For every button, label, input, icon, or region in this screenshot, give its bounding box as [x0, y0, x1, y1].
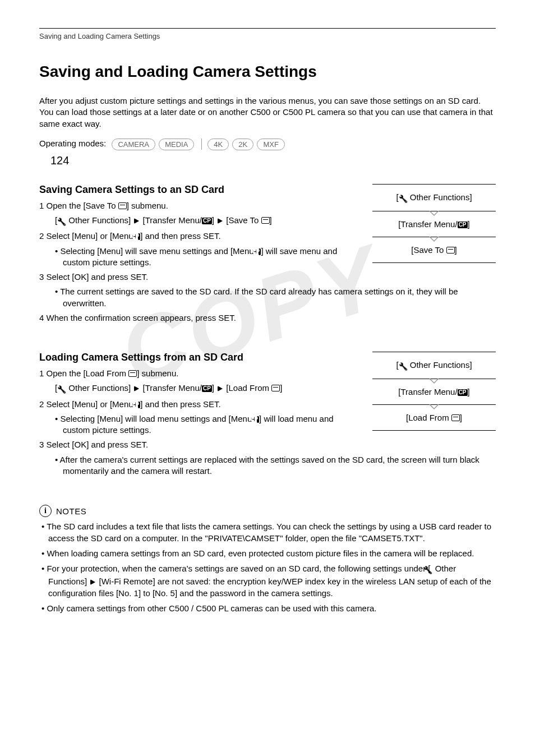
txt: ] [212, 215, 214, 225]
txt: [Save To [411, 245, 446, 255]
note-4: • Only camera settings from other C500 /… [39, 602, 496, 614]
load-step3-sub: • After the camera's current settings ar… [55, 454, 496, 477]
load-step1-path: [ Other Functions] [Transfer Menu/CP] [L… [47, 382, 356, 395]
arrow-icon [218, 386, 223, 391]
save-step3: 3 Select [OK] and press SET. [39, 271, 496, 283]
menu-load-from: [Load From ] [372, 405, 496, 431]
load-step3: 3 Select [OK] and press SET. [39, 439, 496, 450]
menu-transfer-menu: [Transfer Menu/CP] [372, 211, 496, 237]
sd-icon [271, 385, 280, 391]
save-step1-a: 1 Open the [Save To [39, 201, 118, 210]
note-1: • The SD card includes a text file that … [39, 520, 496, 544]
page-title: Saving and Loading Camera Settings [39, 63, 496, 81]
operating-modes-label: Operating modes: [39, 139, 106, 148]
running-head: Saving and Loading Camera Settings [39, 32, 496, 40]
save-step4: 4 When the confirmation screen appears, … [39, 312, 496, 324]
save-step2-sub: • Selecting [Menu] will save menu settin… [55, 246, 356, 269]
txt: ] and then press SET. [140, 231, 220, 241]
mode-2k: 2K [232, 139, 253, 150]
cp-icon: CP [458, 222, 468, 228]
txt: ] [280, 383, 282, 393]
txt: [Wi-Fi Remote] are not saved: the encryp… [48, 577, 491, 598]
txt: The SD card includes a text file that li… [47, 522, 491, 543]
txt: ] [460, 413, 462, 422]
wrench-icon [399, 193, 408, 203]
txt: ] [468, 387, 470, 397]
sd-icon [261, 217, 270, 224]
txt: After the camera's current settings are … [60, 455, 479, 476]
wrench-icon [57, 216, 66, 227]
loading-section: Loading Camera Settings from an SD Card … [39, 352, 496, 477]
txt: 2 Select [Menu] or [Menu+ [39, 231, 138, 241]
save-step3-sub: • The current settings are saved to the … [55, 286, 496, 309]
txt: Only camera settings from other C500 / C… [47, 603, 376, 613]
intro-paragraph: After you adjust custom picture settings… [39, 95, 496, 130]
menu-save-to: [Save To ] [372, 237, 496, 263]
txt: [Save To [226, 215, 261, 225]
cp-icon: CP [202, 218, 212, 224]
txt: Other Functions] [68, 383, 131, 393]
saving-heading: Saving Camera Settings to an SD Card [39, 184, 356, 196]
note-3: • For your protection, when the camera's… [39, 563, 496, 599]
wrench-icon [399, 361, 408, 371]
info-icon: i [39, 505, 52, 517]
mode-media: MEDIA [159, 139, 194, 150]
txt: For your protection, when the camera's s… [47, 564, 430, 573]
note-2: • When loading camera settings from an S… [39, 547, 496, 559]
menu-other-functions: [ Other Functions] [372, 184, 496, 211]
cp-icon: CP [202, 385, 212, 392]
txt: ] [455, 245, 457, 255]
save-step1-b: ] submenu. [127, 201, 168, 210]
txt: Selecting [Menu] will load menu settings… [60, 414, 257, 423]
txt: [Transfer Menu/ [398, 387, 457, 397]
operating-modes: Operating modes: CAMERA MEDIA 4K 2K MXF [39, 139, 496, 150]
txt: [Transfer Menu/ [143, 383, 202, 393]
saving-section: Saving Camera Settings to an SD Card 1 O… [39, 184, 496, 324]
load-step1: 1 Open the [Load From ] submenu. [39, 368, 356, 379]
txt: [Transfer Menu/ [398, 219, 457, 229]
sd-icon [118, 202, 127, 209]
notes-label: NOTES [56, 506, 86, 516]
txt: ] and then press SET. [140, 399, 220, 409]
txt: 1 Open the [Load From [39, 368, 128, 378]
mode-4k: 4K [207, 139, 229, 150]
mode-camera: CAMERA [112, 139, 155, 150]
txt: The current settings are saved to the SD… [60, 287, 458, 307]
txt: Selecting [Menu] will save menu settings… [60, 246, 259, 256]
mode-separator [201, 139, 202, 150]
sd-icon [128, 370, 137, 377]
txt: When loading camera settings from an SD … [47, 548, 474, 558]
txt: [Load From [406, 413, 451, 422]
txt: Other Functions] [410, 360, 472, 370]
save-step1-path: [ Other Functions] [Transfer Menu/CP] [S… [47, 215, 356, 227]
load-step2: 2 Select [Menu] or [Menu+CP] and then pr… [39, 399, 356, 410]
arrow-icon [134, 218, 139, 224]
load-menu-path-box: [ Other Functions] [Transfer Menu/CP] [L… [372, 352, 496, 431]
txt: [Load From [226, 383, 271, 393]
wrench-icon [430, 564, 432, 575]
top-rule [39, 28, 496, 29]
sd-icon [451, 414, 460, 421]
wrench-icon [57, 384, 66, 395]
arrow-icon [218, 218, 223, 224]
mode-mxf: MXF [257, 139, 284, 150]
arrow-icon [90, 579, 95, 585]
menu-transfer-menu: [Transfer Menu/CP] [372, 379, 496, 405]
load-step2-sub: • Selecting [Menu] will load menu settin… [55, 413, 356, 436]
cp-icon: CP [458, 389, 468, 396]
txt: ] [212, 383, 214, 393]
save-menu-path-box: [ Other Functions] [Transfer Menu/CP] [S… [372, 184, 496, 263]
save-step1: 1 Open the [Save To ] submenu. [39, 200, 356, 211]
page-number: 124 [50, 154, 69, 167]
txt: ] [270, 215, 272, 225]
txt: ] submenu. [137, 368, 178, 378]
sd-icon [446, 247, 455, 253]
txt: Other Functions] [68, 215, 131, 225]
arrow-icon [134, 386, 139, 391]
txt: 2 Select [Menu] or [Menu+ [39, 399, 138, 409]
txt: [Transfer Menu/ [143, 215, 202, 225]
loading-heading: Loading Camera Settings from an SD Card [39, 352, 356, 363]
save-step2: 2 Select [Menu] or [Menu+CP] and then pr… [39, 231, 356, 242]
txt: ] [468, 219, 470, 229]
txt: Other Functions] [410, 192, 472, 202]
